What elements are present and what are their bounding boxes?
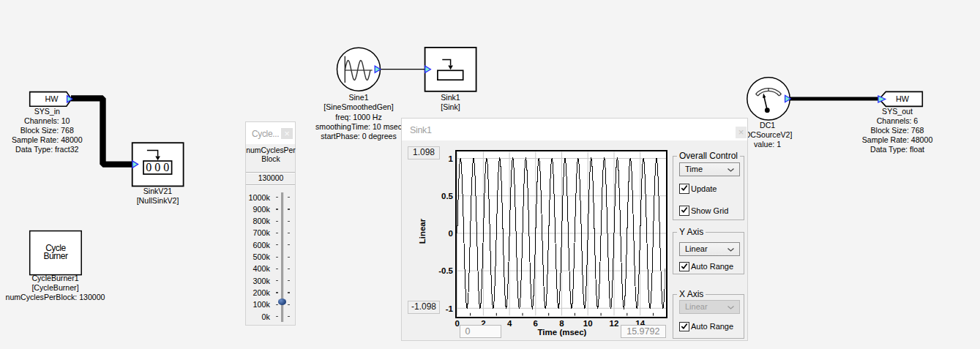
svg-text:HW: HW — [45, 94, 59, 103]
svg-text:6: 6 — [534, 319, 538, 328]
svg-text:8: 8 — [559, 319, 564, 328]
svg-text:-1: -1 — [446, 304, 454, 313]
svg-text:0 0 0: 0 0 0 — [146, 161, 169, 173]
svg-text:-0.5: -0.5 — [438, 266, 453, 275]
svg-text:12: 12 — [610, 319, 619, 328]
svg-text:HW: HW — [896, 94, 910, 103]
svg-text:Time (msec): Time (msec) — [538, 328, 587, 337]
svg-text:Linear: Linear — [418, 218, 427, 244]
svg-text:0: 0 — [449, 229, 453, 238]
svg-text:4: 4 — [507, 319, 512, 328]
svg-text:1: 1 — [449, 154, 454, 163]
svg-text:0: 0 — [455, 319, 459, 328]
svg-text:10: 10 — [583, 319, 593, 328]
svg-text:0.5: 0.5 — [441, 192, 454, 200]
